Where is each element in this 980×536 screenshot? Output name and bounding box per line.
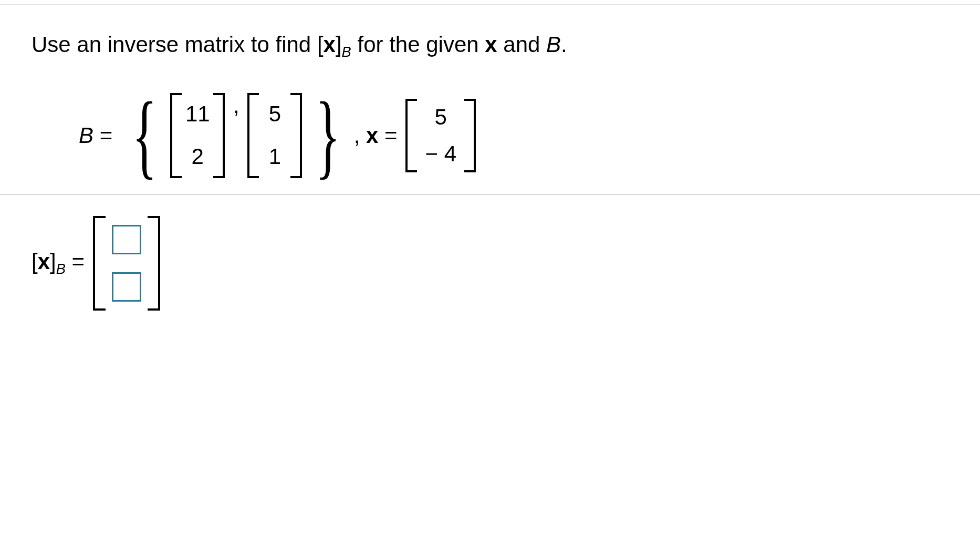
top-divider (0, 4, 980, 5)
ans-x: x (38, 249, 50, 274)
lbracket-b1 (170, 93, 182, 178)
ans-close: ] (50, 249, 56, 274)
prompt-B: B (546, 32, 561, 57)
col-ans (106, 216, 148, 311)
right-brace: } (315, 93, 341, 178)
b1-r2: 2 (182, 138, 213, 175)
comma-after-set: , (354, 123, 366, 148)
equals-2: = (378, 123, 403, 148)
givens-row: B = { 11 2 , 5 1 } (79, 93, 948, 178)
answer-label: [x]B = (32, 249, 91, 277)
ans-subB: B (56, 261, 66, 277)
set-braces: { 11 2 , 5 1 } (121, 93, 352, 178)
ans-r1-cell (106, 216, 148, 263)
content-container: Use an inverse matrix to find [x]B for t… (0, 9, 980, 178)
lbracket-b2 (247, 93, 259, 178)
col-b2: 5 1 (259, 93, 290, 178)
x-vector: 5 − 4 (405, 99, 476, 172)
answer-vector (93, 216, 160, 311)
prompt-subB1: B (342, 44, 351, 60)
prompt-and: and (497, 32, 546, 57)
b2-r2: 1 (259, 138, 290, 175)
ans-r2-cell (106, 263, 148, 311)
rbracket-b2 (290, 93, 302, 178)
x-r1: 5 (417, 99, 464, 136)
col-b1: 11 2 (182, 93, 213, 178)
left-brace: { (131, 93, 158, 178)
question-prompt: Use an inverse matrix to find [x]B for t… (32, 30, 948, 61)
lbracket-x (405, 99, 417, 172)
prompt-x1: x (324, 32, 336, 57)
prompt-mid: for the given (351, 32, 485, 57)
prompt-period: . (561, 32, 567, 57)
prompt-x2: x (485, 32, 497, 57)
x-r2: − 4 (417, 136, 464, 172)
B-vector-2: 5 1 (247, 93, 302, 178)
equals-1: = (93, 123, 119, 148)
ans-open: [ (32, 249, 38, 274)
prompt-pre: Use an inverse matrix to find [ (32, 32, 324, 57)
x-label: x (366, 123, 378, 148)
answer-input-2[interactable] (112, 272, 141, 302)
answer-container: [x]B = (0, 195, 980, 311)
ans-equals: = (66, 249, 91, 274)
rbracket-b1 (213, 93, 225, 178)
comma-sep: , (227, 93, 245, 178)
lbracket-ans (93, 216, 106, 311)
rbracket-ans (148, 216, 160, 311)
b1-r1: 11 (182, 96, 213, 132)
prompt-close1: ] (336, 32, 342, 57)
b2-r1: 5 (259, 96, 290, 132)
B-label: B (79, 123, 93, 148)
col-x: 5 − 4 (417, 99, 464, 172)
rbracket-x (464, 99, 476, 172)
answer-row: [x]B = (32, 216, 948, 311)
B-vector-1: 11 2 (170, 93, 225, 178)
answer-input-1[interactable] (112, 225, 141, 254)
